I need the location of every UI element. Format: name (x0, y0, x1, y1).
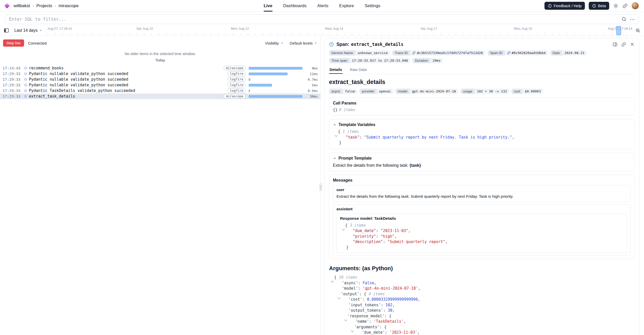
badge-label: model (396, 89, 410, 94)
message-role: assistant (336, 207, 627, 211)
template-variables-json: { 1 items"task": "Submit quarterly repor… (333, 129, 631, 146)
zoom-in-button[interactable] (635, 28, 640, 33)
badge-value-text: #c3b5157330ea5c1fd4572747af512d26 (417, 51, 483, 55)
theme-toggle-button[interactable] (613, 3, 619, 9)
span-kind-icon (24, 95, 27, 98)
feedback-help-button[interactable]: Feedback / Help (544, 2, 585, 10)
levels-dropdown[interactable]: Default levels (290, 41, 317, 45)
no-older-items-notice: No older items in the selected time wind… (0, 52, 320, 56)
badge-label: cost (511, 89, 522, 94)
span-name: Pydantic nullable validate_python succee… (29, 71, 128, 76)
breadcrumb: willbakst › Projects › mirascope (5, 3, 79, 8)
connection-status: Connected (28, 41, 47, 45)
span-duration: 0.5ms (303, 89, 318, 93)
badge-value: 2024-08-21 (562, 50, 587, 56)
link-icon[interactable] (412, 51, 416, 55)
link-icon (621, 42, 626, 47)
sql-filter-input[interactable]: Enter SQL to filter... ⋯ (5, 14, 639, 24)
top-header: willbakst › Projects › mirascope Live Da… (0, 0, 644, 12)
breadcrumb-projects[interactable]: Projects (36, 3, 52, 8)
nav-item[interactable]: Alerts (317, 0, 328, 12)
detail-panel: Span: extract_task_details (321, 36, 644, 335)
more-options-button[interactable]: ⋯ (630, 17, 635, 22)
badge-value: #c3b5157330ea5c1fd4572747af512d26 (410, 50, 485, 56)
search-icon[interactable] (621, 17, 627, 22)
main-nav: Live Dashboards Alerts Explore Settings (264, 0, 380, 12)
badge-value-text: 17:29:33.917 to 17:29:33.946 (352, 59, 408, 62)
message-role: user (336, 188, 627, 192)
org-logo-icon[interactable] (4, 3, 10, 8)
span-tag-badge: logfire (227, 88, 246, 93)
info-icon (548, 4, 552, 8)
span-name: Pydantic TaskDetails validate_python suc… (29, 88, 135, 93)
timeline-tick-label: Aug 07, 17:26:14 (48, 27, 72, 30)
duration-bar-track (249, 72, 303, 75)
message-content: Extract the details from the following t… (336, 194, 627, 199)
time-range-label: Last 14 days (14, 28, 38, 33)
breadcrumb-project[interactable]: mirascope (59, 3, 79, 8)
prompt-template-card: Prompt Template Extract the details from… (329, 153, 635, 171)
attr-badge: provider openai (359, 89, 393, 94)
visibility-dropdown[interactable]: Visibility (265, 41, 283, 45)
sidebar-toggle-button[interactable] (4, 28, 9, 33)
detail-tab[interactable]: Details (329, 67, 343, 74)
nav-item[interactable]: Live (264, 0, 272, 12)
span-tag-badge: logfire (227, 71, 246, 76)
copy-link-button[interactable] (621, 42, 626, 47)
span-row[interactable]: 17:29:33 Pydantic nullable validate_pyth… (0, 71, 320, 77)
timeline-selection[interactable] (616, 26, 621, 35)
feedback-help-label: Feedback / Help (554, 4, 582, 8)
time-range-button[interactable]: Last 14 days (12, 27, 45, 34)
badge-label: Service Name (329, 50, 355, 56)
badge-value: unknown_service (355, 50, 390, 56)
panel-resize-handle[interactable] (319, 183, 322, 191)
stop-live-button[interactable]: Stop live (3, 39, 24, 47)
duration-bar (249, 89, 250, 92)
span-row[interactable]: 17:29:33 extract_task_details mirascope … (0, 93, 320, 99)
duration-bar-track (249, 67, 303, 70)
breadcrumb-org[interactable]: willbakst (14, 3, 30, 8)
badge-value-text: false (345, 89, 355, 93)
response-model-json: { 3 items"due_date": "2023-11-03","prior… (340, 223, 624, 250)
badge-label: usage (461, 89, 475, 94)
nav-item[interactable]: Explore (339, 0, 354, 12)
share-link-button[interactable] (623, 3, 628, 8)
template-variables-header[interactable]: Template Variables (333, 122, 631, 127)
duration-bar-track (249, 95, 303, 98)
live-controls: Stop live Connected Visibility Default l… (0, 38, 320, 48)
span-attr-badges: async false provider openai (329, 89, 635, 94)
span-duration: 9ms (303, 66, 318, 70)
span-title-name: extract_task_details (351, 42, 403, 47)
prompt-template-header[interactable]: Prompt Template (333, 156, 631, 161)
nav-item[interactable]: Dashboards (283, 0, 307, 12)
timeline-tick-label: Sat, Aug 17 (420, 27, 437, 30)
zoom-in-icon (635, 28, 640, 33)
prompt-template-text: Extract the details from the following t… (333, 163, 631, 168)
badge-value: #9c942620aa93dbb4 (505, 50, 548, 56)
span-timestamp: 17:29:33 (3, 89, 24, 93)
duration-bar-track (249, 89, 303, 92)
link-icon[interactable] (507, 51, 510, 55)
beta-badge[interactable]: Beta (589, 2, 609, 10)
prompt-template-variable: {task} (410, 163, 421, 168)
span-row[interactable]: 17:29:33 Pydantic nullable validate_pyth… (0, 82, 320, 88)
badge-value-text: openai (379, 89, 391, 93)
span-tag-badge: logfire (227, 77, 246, 82)
sql-filter-placeholder: Enter SQL to filter... (9, 17, 618, 22)
meta-badge: Date 2024-08-21 (550, 50, 587, 56)
user-avatar[interactable] (631, 2, 639, 9)
span-row[interactable]: 17:29:33 Pydantic TaskDetails validate_p… (0, 88, 320, 93)
app-root: willbakst › Projects › mirascope Live Da… (0, 0, 644, 335)
badge-value-text: gpt-4o-mini-2024-07-18 (412, 89, 456, 93)
close-panel-button[interactable] (630, 42, 635, 47)
span-row[interactable]: 17:14:43 recommend_books mirascope 9ms (0, 65, 320, 71)
span-row[interactable]: 17:29:33 Pydantic nullable validate_pyth… (0, 77, 320, 82)
timeline-track[interactable]: Aug 07, 17:26:14 Sat, Aug 10 Mon, Aug 12… (48, 25, 632, 36)
nav-item[interactable]: Settings (365, 0, 380, 12)
duration-bar (249, 84, 272, 87)
call-params-braces: {} (333, 108, 337, 112)
badge-label: Trace ID (392, 50, 410, 56)
span-timestamp: 17:29:33 (3, 77, 24, 81)
detail-tab[interactable]: Raw Data (349, 67, 367, 74)
open-in-panel-button[interactable] (613, 42, 617, 47)
